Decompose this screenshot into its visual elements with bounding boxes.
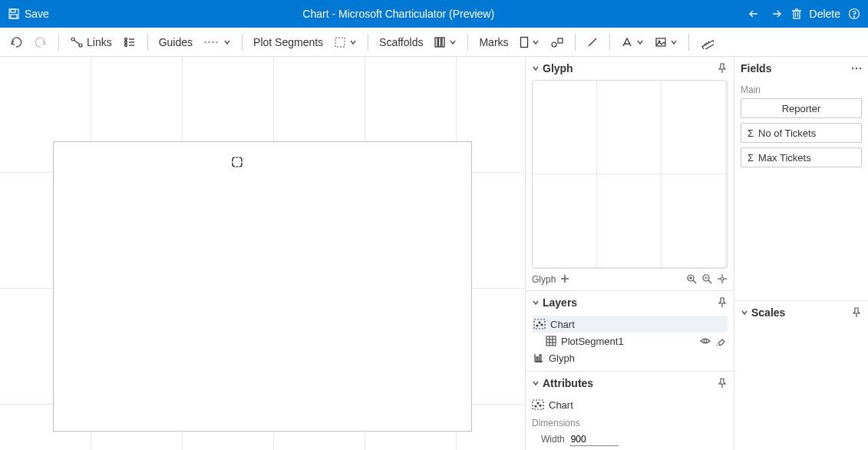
trash-icon[interactable]: [791, 8, 802, 20]
width-field: Width: [541, 430, 728, 448]
width-label: Width: [541, 434, 565, 445]
marks-button[interactable]: Marks: [476, 35, 511, 50]
redo-width-icon[interactable]: [770, 8, 784, 19]
svg-point-52: [541, 324, 543, 326]
undo-button[interactable]: [6, 35, 26, 50]
pin-icon[interactable]: [717, 378, 728, 389]
layers-title: Layers: [543, 296, 577, 309]
main-area: Glyph Glyph Layers Chart: [0, 57, 868, 450]
scales-title: Scales: [751, 306, 785, 319]
svg-line-42: [708, 280, 711, 283]
scaffolds-button[interactable]: Scaffolds: [376, 35, 426, 50]
divider: [58, 34, 59, 51]
chevron-down-icon: [223, 38, 231, 46]
mark-rect-button[interactable]: [517, 35, 543, 50]
zoom-in-icon[interactable]: [686, 273, 697, 286]
svg-rect-49: [534, 319, 545, 329]
glyph-canvas[interactable]: [532, 80, 728, 269]
eye-icon[interactable]: [700, 336, 711, 346]
mark-symbol-button[interactable]: [547, 35, 567, 50]
width-input[interactable]: [569, 433, 619, 446]
delete-button[interactable]: Delete: [810, 8, 840, 20]
links-button[interactable]: Links: [67, 35, 115, 50]
chevron-down-icon: [636, 38, 644, 46]
fields-panel-header[interactable]: Fields: [734, 57, 868, 80]
layer-glyph[interactable]: Glyph: [532, 349, 728, 366]
chevron-down-icon: [532, 65, 540, 72]
more-icon[interactable]: [851, 66, 862, 71]
layers-body: Chart PlotSegment1 Glyph: [526, 314, 734, 371]
chart-canvas[interactable]: [0, 57, 525, 450]
guides-label: Guides: [159, 36, 193, 48]
layers-panel-header[interactable]: Layers: [526, 291, 734, 314]
svg-point-26: [552, 42, 556, 47]
fields-body: Main Reporter Σ No of Tickets Σ Max Tick…: [734, 80, 868, 174]
svg-point-67: [852, 68, 853, 69]
pin-icon[interactable]: [851, 307, 862, 318]
svg-rect-1: [11, 9, 15, 12]
svg-point-66: [540, 405, 541, 406]
text-tool-button[interactable]: [618, 35, 647, 50]
ruler-tool-button[interactable]: [697, 34, 717, 51]
marks-label: Marks: [479, 36, 508, 48]
field-max-tickets[interactable]: Σ Max Tickets: [741, 147, 862, 167]
pin-icon[interactable]: [717, 297, 728, 308]
sigma-icon: Σ: [748, 127, 754, 139]
chart-rect[interactable]: [53, 141, 472, 432]
svg-rect-2: [11, 15, 17, 18]
divider: [688, 34, 689, 51]
svg-point-68: [856, 68, 857, 69]
fields-main-label: Main: [741, 84, 862, 95]
field-no-tickets[interactable]: Σ No of Tickets: [741, 123, 862, 143]
titlebar: Save Chart - Microsoft Charticulator (Pr…: [0, 0, 868, 28]
glyph-title: Glyph: [543, 62, 573, 74]
plot-segments-button[interactable]: Plot Segments: [250, 35, 326, 50]
attributes-title: Attributes: [543, 377, 593, 389]
help-icon[interactable]: [848, 8, 860, 20]
sigma-icon: Σ: [748, 152, 754, 164]
chevron-down-icon: [532, 38, 540, 46]
guides-button[interactable]: Guides: [156, 35, 196, 50]
svg-point-65: [537, 402, 539, 404]
svg-rect-63: [533, 400, 543, 409]
layer-plotsegment1[interactable]: PlotSegment1: [532, 333, 728, 349]
scaffold-columns-button[interactable]: [431, 35, 460, 50]
add-glyph-button[interactable]: [560, 274, 569, 286]
chevron-down-icon: [449, 38, 457, 46]
scales-panel-header[interactable]: Scales: [734, 301, 868, 324]
field-reporter-label: Reporter: [782, 103, 821, 114]
chevron-down-icon: [741, 309, 748, 316]
image-tool-button[interactable]: [652, 35, 681, 50]
attributes-body: Chart Dimensions Width: [526, 395, 734, 450]
redo-button[interactable]: [31, 35, 51, 50]
save-button[interactable]: Save: [8, 8, 49, 20]
pin-icon[interactable]: [717, 63, 728, 74]
layer-glyph-label: Glyph: [549, 352, 575, 364]
chevron-down-icon: [532, 379, 540, 387]
line-tool-button[interactable]: [583, 35, 602, 50]
glyph-panel-header[interactable]: Glyph: [526, 57, 734, 80]
dimensions-label: Dimensions: [532, 418, 728, 428]
plot-region-button[interactable]: [331, 35, 360, 50]
svg-rect-53: [546, 336, 556, 346]
divider: [467, 34, 468, 51]
layer-chart[interactable]: Chart: [532, 316, 728, 333]
svg-rect-21: [335, 38, 345, 47]
svg-point-16: [124, 44, 127, 46]
field-no-tickets-label: No of Tickets: [758, 127, 816, 139]
undo-width-icon[interactable]: [748, 8, 762, 19]
svg-rect-27: [558, 38, 563, 43]
guides-line-button[interactable]: [200, 36, 234, 48]
zoom-fit-icon[interactable]: [717, 273, 728, 286]
field-reporter[interactable]: Reporter: [741, 98, 862, 118]
svg-point-14: [124, 38, 127, 40]
toolbar: Links Guides Plot Segments Scaffolds Mar…: [0, 28, 868, 57]
attributes-panel-header[interactable]: Attributes: [526, 372, 734, 395]
attributes-subject-label: Chart: [549, 399, 573, 411]
erase-icon[interactable]: [715, 336, 726, 346]
svg-point-44: [721, 277, 724, 280]
svg-rect-23: [439, 38, 441, 47]
legend-button[interactable]: [120, 35, 140, 50]
divider: [147, 34, 148, 51]
zoom-out-icon[interactable]: [701, 273, 712, 286]
